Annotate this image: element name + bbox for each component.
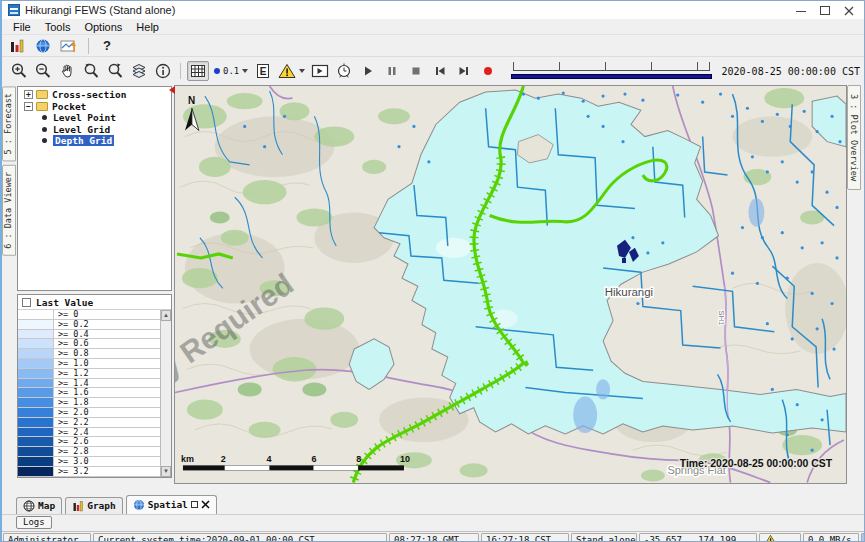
tree-item-label: Depth Grid [53,135,114,146]
main-area: 5 : Forecast 6 : Data Viewer +Cross-sect… [2,85,864,484]
stop-button[interactable] [405,61,427,81]
hand-icon [58,62,76,80]
globe-icon [35,38,51,54]
tab-data-viewer[interactable]: 6 : Data Viewer [2,165,16,256]
menu-item-options[interactable]: Options [77,21,129,33]
maximize-icon[interactable] [820,5,830,15]
node-dot-icon [42,138,47,143]
legend-row[interactable]: >= 2.0 [18,408,160,418]
legend-row[interactable]: >= 0.6 [18,339,160,349]
chart-icon [60,38,78,54]
legend-row[interactable]: >= 2.6 [18,437,160,447]
tab-spatial[interactable]: Spatial [126,495,217,514]
help-button[interactable]: ? [97,38,117,53]
time-slider-range-bar[interactable] [511,74,711,79]
warning-icon [764,534,777,542]
legend-row[interactable]: >= 2.2 [18,418,160,428]
tab-plot-overview[interactable]: 3 : Plot Overview [847,85,861,190]
status-gmt-time: 08:27:18 GMT [389,533,479,542]
record-button[interactable] [477,61,499,81]
legend-row-label: >= 2.6 [54,437,160,446]
tree-item-level-point[interactable]: Level Point [18,112,171,124]
zoom-next-icon [106,62,124,80]
legend-row[interactable]: >= 1.2 [18,369,160,379]
scroll-down-icon[interactable]: ▼ [161,466,171,477]
collapse-icon[interactable]: − [24,102,33,111]
status-warning-cell[interactable] [759,533,801,542]
database-display-button[interactable] [6,36,28,56]
stop-icon [409,64,423,78]
legend-row[interactable]: >= 0.8 [18,349,160,359]
legend-rows: >= 0>= 0.2>= 0.4>= 0.6>= 0.8>= 1.0>= 1.2… [18,310,160,477]
legend-row-label: >= 2.4 [54,428,160,437]
zoom-previous-icon [82,62,100,80]
close-panel-icon[interactable] [201,500,210,509]
zoom-out-icon [34,62,52,80]
logs-button[interactable]: Logs [16,516,52,529]
status-system-time: Current system time:2020-09-01 00:00 CST [93,533,387,542]
map-display-button[interactable] [32,36,54,56]
play-button[interactable] [357,61,379,81]
first-frame-button[interactable] [429,61,451,81]
zoom-previous-button[interactable] [80,61,102,81]
tab-map[interactable]: Map [16,497,62,514]
scroll-up-icon[interactable]: ▲ [161,310,171,321]
legend-color-swatch [18,379,54,388]
svg-text:E: E [260,66,267,77]
legend-row[interactable]: >= 0.2 [18,320,160,330]
tab-forecast[interactable]: 5 : Forecast [2,86,16,161]
left-tab-strip: 5 : Forecast 6 : Data Viewer [2,85,16,484]
label-toggle-button[interactable]: E [252,61,274,81]
tree-item-level-grid[interactable]: Level Grid [18,124,171,136]
warning-icon [278,63,296,79]
close-icon[interactable] [844,5,854,15]
last-value-checkbox[interactable] [22,298,31,307]
tree-item-depth-grid[interactable]: Depth Grid [18,135,171,147]
timer-button[interactable] [333,61,355,81]
animation-button[interactable] [309,61,331,81]
time-slider[interactable] [511,61,711,81]
skip-forward-icon [457,64,471,78]
zoom-out-button[interactable] [32,61,54,81]
timeseries-display-button[interactable] [58,36,80,56]
info-button[interactable] [152,61,174,81]
menu-item-file[interactable]: File [6,21,38,33]
tree-item-pocket[interactable]: −Pocket [18,101,171,113]
legend-row[interactable]: >= 3.0 [18,457,160,467]
last-frame-button[interactable] [453,61,475,81]
legend-color-swatch [18,359,54,368]
expand-icon[interactable]: + [24,90,33,99]
zoom-next-button[interactable] [104,61,126,81]
map-view[interactable]: API Key Required AP [174,85,847,484]
legend-row[interactable]: >= 1.4 [18,379,160,389]
zoom-in-button[interactable] [8,61,30,81]
road-label: SH1 [717,311,726,326]
legend-row[interactable]: >= 3.2 [18,467,160,477]
marker-size-dropdown[interactable]: 0.1 [211,61,250,81]
menu-item-help[interactable]: Help [129,21,166,33]
legend-row[interactable]: >= 1.0 [18,359,160,369]
layers-button[interactable] [128,61,150,81]
grid-toggle-button[interactable] [187,61,209,81]
legend-row[interactable]: >= 1.6 [18,388,160,398]
legend-row[interactable]: >= 2.8 [18,447,160,457]
tree-item-cross-section[interactable]: +Cross-section [18,89,171,101]
tab-graph[interactable]: Graph [65,497,123,514]
panel-collapse-arrow[interactable] [169,86,175,94]
legend-row[interactable]: >= 0.4 [18,330,160,340]
thresholds-dropdown[interactable] [276,61,307,81]
pan-button[interactable] [56,61,78,81]
application-window: Hikurangi FEWS (Stand alone) FileToolsOp… [0,0,865,542]
status-local-time: 16:27:18 CST [481,533,569,542]
minimize-icon[interactable] [796,5,806,15]
maximize-panel-icon[interactable] [191,501,198,508]
legend-row[interactable]: >= 1.8 [18,398,160,408]
legend-row-label: >= 0.4 [54,330,160,339]
status-network-speed: 0.0 MB/s [803,533,859,542]
menu-item-tools[interactable]: Tools [38,21,78,33]
legend-row[interactable]: >= 2.4 [18,428,160,438]
legend-row[interactable]: >= 0 [18,310,160,320]
legend-scrollbar[interactable]: ▲ ▼ [160,310,171,477]
legend-row-label: >= 0.6 [54,339,160,348]
pause-button[interactable] [381,61,403,81]
